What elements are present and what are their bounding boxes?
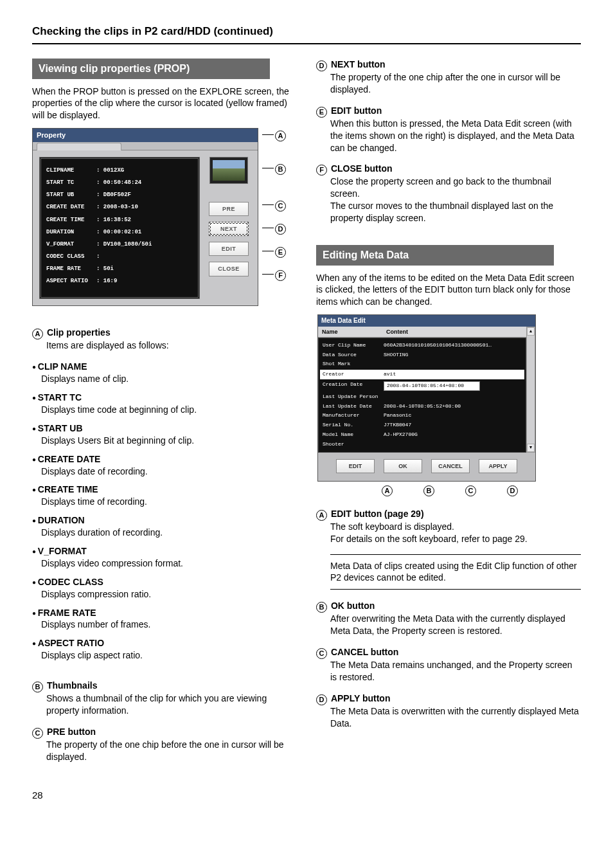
intro-text: When the PROP button is pressed on the E… (32, 86, 297, 122)
clip-properties-label: Clip properties (47, 327, 111, 338)
property-row: CREATE DATE: 2008-03-10 (46, 203, 193, 211)
property-item: ASPECT RATIODisplays clip aspect ratio. (32, 637, 297, 662)
property-dialog-title: Property (33, 129, 258, 142)
meta-edit-desc1: The soft keyboard is displayed. (316, 521, 581, 533)
next-button-desc: The property of the one chip after the o… (316, 71, 581, 96)
property-row: CREATE TIME: 16:38:52 (46, 216, 193, 224)
close-button-label: CLOSE button (331, 163, 393, 174)
section-editing-meta-data: Editing Meta Data (316, 245, 554, 266)
property-item: CLIP NAMEDisplays name of clip. (32, 361, 297, 385)
meta-button-callouts: A B C D (320, 485, 581, 496)
close-button[interactable]: CLOSE (209, 262, 249, 276)
scroll-down-icon[interactable]: ▾ (527, 444, 535, 452)
meta-row: Last Update Date2008-04-10T08:05:52+08:0… (323, 402, 522, 411)
meta-cancel-button[interactable]: CANCEL (431, 459, 470, 473)
next-button[interactable]: NEXT (209, 222, 249, 236)
meta-row: Shooter (323, 440, 522, 449)
property-item: CREATE DATEDisplays date of recording. (32, 453, 297, 478)
property-row: V_FORMAT: DV100_1080/50i (46, 240, 193, 248)
property-item: FRAME RATEDisplays number of frames. (32, 607, 297, 631)
property-row: CODEC CLASS: (46, 253, 193, 260)
callout-c-icon: C (32, 728, 43, 739)
property-row: CLIPNAME: 0012XG (46, 167, 193, 174)
meta-row: Model NameAJ-HPX2700G (323, 430, 522, 440)
clip-thumbnail (209, 157, 248, 184)
meta-ok-label: OK button (331, 601, 375, 611)
thumbnails-desc: Shows a thumbnail of the clip for which … (32, 692, 297, 717)
property-item: CREATE TIMEDisplays time of recording. (32, 484, 297, 508)
property-item: CODEC CLASSDisplays compression ratio. (32, 576, 297, 601)
meta-data-list: User Clip Name060A2B34010101050101064313… (318, 338, 526, 453)
callout-a2-icon: A (316, 510, 327, 521)
close-button-desc1: Close the property screen and go back to… (316, 176, 581, 200)
property-dialog: Property CLIPNAME: 0012XGSTART TC: 00:50… (32, 128, 258, 306)
close-button-desc2: The cursor moves to the thumbnail displa… (316, 200, 581, 224)
meta-ok-button[interactable]: OK (384, 459, 422, 473)
section-viewing-properties: Viewing clip properties (PROP) (32, 59, 270, 79)
property-row: ASPECT RATIO: 16:9 (46, 277, 193, 285)
edit-button[interactable]: EDIT (209, 242, 249, 256)
page-number: 28 (32, 789, 581, 802)
property-item: V_FORMATDisplays video compression forma… (32, 545, 297, 570)
note-box: Meta Data of clips created using the Edi… (330, 554, 581, 590)
callout-b2-icon: B (316, 602, 327, 613)
pre-button[interactable]: PRE (209, 202, 249, 216)
meta-row: ManufacturerPanasonic (323, 411, 522, 420)
callout-d2-icon: D (316, 694, 327, 705)
edit-button-desc: When this button is pressed, the Meta Da… (316, 118, 581, 154)
meta-edit-label: EDIT button (page 29) (331, 509, 424, 519)
meta-apply-button[interactable]: APPLY (479, 459, 517, 473)
pre-button-label: PRE button (47, 727, 96, 737)
meta-edit-button[interactable]: EDIT (336, 459, 375, 473)
title-rule (32, 43, 581, 44)
property-row: FRAME RATE: 50i (46, 265, 193, 273)
property-item: DURATIONDisplays duration of recording. (32, 514, 297, 539)
meta-row: User Clip Name060A2B34010101050101064313… (323, 341, 522, 350)
callout-f-icon: F (316, 165, 327, 176)
property-fields: CLIPNAME: 0012XGSTART TC: 00:50:48:24STA… (39, 157, 200, 299)
meta-row: Last Update Person (323, 392, 522, 402)
property-row: START TC: 00:50:48:24 (46, 179, 193, 186)
meta-edit-desc2: For details on the soft keyboard, refer … (316, 533, 581, 545)
editing-intro: When any of the items to be edited on th… (316, 272, 581, 309)
meta-row[interactable]: Creation Date2008-04-10T08:05:44+08:00 (323, 380, 522, 392)
property-row: DURATION: 00:00:02:01 (46, 228, 193, 236)
callout-b-icon: B (32, 682, 43, 692)
meta-row[interactable]: Creatoravit (320, 370, 524, 379)
meta-row: Data SourceSHOOTING (323, 350, 522, 360)
edit-button-label: EDIT button (331, 105, 382, 116)
meta-row: Shot Mark (323, 359, 522, 369)
pre-button-desc: The property of the one chip before the … (32, 739, 297, 763)
meta-row: Serial No.J7TKB0047 (323, 420, 522, 430)
meta-dialog-title: Meta Data Edit (318, 315, 535, 327)
meta-cancel-desc: The Meta Data remains unchanged, and the… (316, 659, 581, 683)
meta-cancel-label: CANCEL button (331, 647, 399, 657)
callout-d-icon: D (316, 60, 327, 71)
clip-properties-desc: Items are displayed as follows: (32, 339, 297, 352)
scroll-up-icon[interactable]: ▴ (527, 327, 535, 336)
thumbnails-label: Thumbnails (47, 680, 98, 691)
callout-c2-icon: C (316, 648, 327, 659)
meta-ok-desc: After overwriting the Meta Data with the… (316, 613, 581, 637)
next-button-label: NEXT button (331, 59, 386, 69)
meta-data-edit-dialog: Meta Data Edit Name Content User Clip Na… (317, 314, 536, 482)
page-title: Checking the clips in P2 card/HDD (conti… (32, 24, 581, 39)
meta-apply-desc: The Meta Data is overwritten with the cu… (316, 705, 581, 730)
callout-a-icon: A (32, 329, 43, 339)
meta-header: Name Content (318, 327, 526, 338)
scrollbar[interactable]: ▴ ▾ (526, 327, 535, 453)
property-row: START UB: DB0F502F (46, 191, 193, 199)
property-item: START UBDisplays Users Bit at beginning … (32, 422, 297, 447)
meta-apply-label: APPLY button (331, 693, 391, 703)
property-item: START TCDisplays time code at beginning … (32, 392, 297, 416)
callout-e-icon: E (316, 107, 327, 118)
property-dialog-tabbar (33, 142, 258, 150)
